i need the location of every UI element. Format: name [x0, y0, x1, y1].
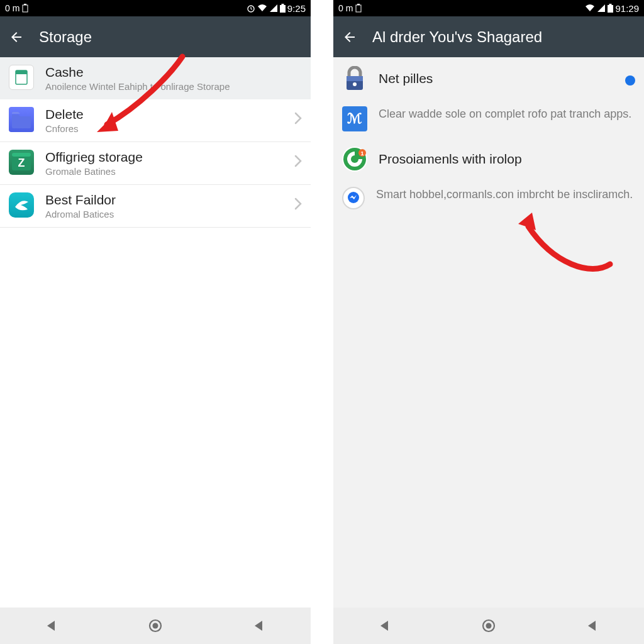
- wifi-icon: [585, 4, 595, 13]
- row-sub: Gromale Batines: [45, 166, 283, 177]
- appbar-title: Storage: [39, 28, 92, 46]
- triangle-recents-icon: [586, 619, 599, 633]
- svg-rect-3: [280, 5, 286, 13]
- svg-rect-17: [347, 76, 363, 81]
- battery-small-icon: [355, 4, 362, 13]
- svg-rect-6: [16, 70, 27, 74]
- back-button[interactable]: [9, 30, 24, 45]
- triangle-back-icon: [45, 619, 58, 633]
- svg-rect-15: [609, 4, 612, 5]
- row-title: Prosoiamenls with irolop: [379, 152, 635, 167]
- lock-icon: [342, 66, 367, 91]
- row-body: Clear wadde sole on complet rofo pat tra…: [379, 106, 635, 121]
- row-sub: Cnfores: [45, 123, 283, 134]
- row-prosoiamenls[interactable]: 1 Prosoiamenls with irolop: [333, 139, 644, 179]
- m-icon: ℳ: [342, 106, 367, 131]
- phone-left: 0 m 9:25 Storage Cashe Anoilence Wintel …: [0, 0, 311, 644]
- svg-rect-14: [608, 5, 613, 13]
- row-title: Net pilles: [379, 71, 614, 86]
- svg-text:1: 1: [360, 150, 364, 157]
- row-best-faildor[interactable]: Best Faildor Adromal Batices: [0, 185, 311, 228]
- svg-point-20: [351, 155, 358, 163]
- row-sub: Adromal Batices: [45, 209, 283, 219]
- signal-icon: [269, 4, 278, 13]
- svg-text:Z: Z: [18, 157, 25, 169]
- status-left-text: 0 m: [338, 3, 353, 13]
- svg-rect-13: [357, 4, 360, 5]
- z-icon: Z: [9, 150, 34, 175]
- row-title: Offigrieg storage: [45, 150, 283, 165]
- circle-home-icon: [481, 618, 496, 633]
- nav-recents[interactable]: [586, 619, 599, 633]
- row-clear-wadde[interactable]: ℳ Clear wadde sole on complet rofo pat t…: [333, 99, 644, 139]
- battery-icon: [608, 4, 613, 13]
- svg-rect-12: [356, 5, 361, 12]
- chevron-right-icon: [294, 112, 302, 127]
- g-icon: 1: [342, 147, 367, 172]
- row-net-pilles[interactable]: Net pilles: [333, 57, 644, 99]
- statusbar-right: 0 m 91:29: [333, 0, 644, 16]
- row-title: Delete: [45, 107, 283, 122]
- row-smart-hobbel[interactable]: Smart hobbel,cormanls.con imbrcht be ins…: [333, 179, 644, 217]
- row-delete[interactable]: Delete Cnfores: [0, 99, 311, 142]
- nav-back[interactable]: [45, 619, 58, 633]
- alarm-icon: [247, 4, 255, 13]
- statusbar-left: 0 m 9:25: [0, 0, 311, 16]
- arrow-back-icon: [342, 30, 357, 45]
- nav-home[interactable]: [148, 618, 163, 633]
- back-button[interactable]: [342, 30, 357, 45]
- svg-rect-1: [24, 4, 26, 5]
- nav-recents[interactable]: [252, 619, 266, 633]
- status-clock: 91:29: [615, 3, 639, 14]
- svg-point-18: [353, 82, 357, 86]
- arrow-back-icon: [9, 30, 24, 45]
- triangle-recents-icon: [252, 619, 266, 633]
- phone-right: 0 m 91:29 Al drder You'vs Shagared Net p…: [333, 0, 644, 644]
- circle-home-icon: [148, 618, 163, 633]
- appbar-left: Storage: [0, 16, 311, 57]
- toggle-indicator[interactable]: [625, 75, 635, 86]
- row-sub: Anoilence Wintel Eahiph to onlirage Stor…: [45, 81, 302, 92]
- cashe-icon: [9, 65, 34, 90]
- wifi-icon: [257, 4, 267, 13]
- chevron-right-icon: [294, 155, 302, 170]
- messenger-icon: [342, 187, 365, 209]
- svg-point-11: [153, 623, 158, 629]
- row-body: Smart hobbel,cormanls.con imbrcht be ins…: [376, 187, 635, 202]
- triangle-back-icon: [378, 619, 392, 633]
- navbar-right: [333, 608, 644, 644]
- svg-rect-4: [281, 4, 284, 5]
- svg-rect-0: [23, 5, 28, 12]
- row-title: Cashe: [45, 65, 302, 80]
- chevron-right-icon: [294, 197, 302, 213]
- svg-point-25: [486, 623, 492, 629]
- status-left-text: 0 m: [5, 3, 19, 13]
- content-right: Net pilles ℳ Clear wadde sole on complet…: [333, 57, 644, 608]
- appbar-title: Al drder You'vs Shagared: [372, 28, 542, 46]
- row-offigrieg[interactable]: Z Offigrieg storage Gromale Batines: [0, 142, 311, 185]
- nav-home[interactable]: [481, 618, 496, 633]
- row-title: Best Faildor: [45, 192, 283, 208]
- status-clock: 9:25: [287, 3, 306, 14]
- signal-icon: [597, 4, 606, 13]
- battery-small-icon: [22, 4, 28, 13]
- folder-icon: [9, 107, 34, 132]
- battery-icon: [280, 4, 286, 13]
- navbar-left: [0, 608, 311, 644]
- swift-icon: [9, 192, 34, 218]
- nav-back[interactable]: [378, 619, 392, 633]
- content-left: Cashe Anoilence Wintel Eahiph to onlirag…: [0, 57, 311, 608]
- row-cashe[interactable]: Cashe Anoilence Wintel Eahiph to onlirag…: [0, 57, 311, 99]
- appbar-right: Al drder You'vs Shagared: [333, 16, 644, 57]
